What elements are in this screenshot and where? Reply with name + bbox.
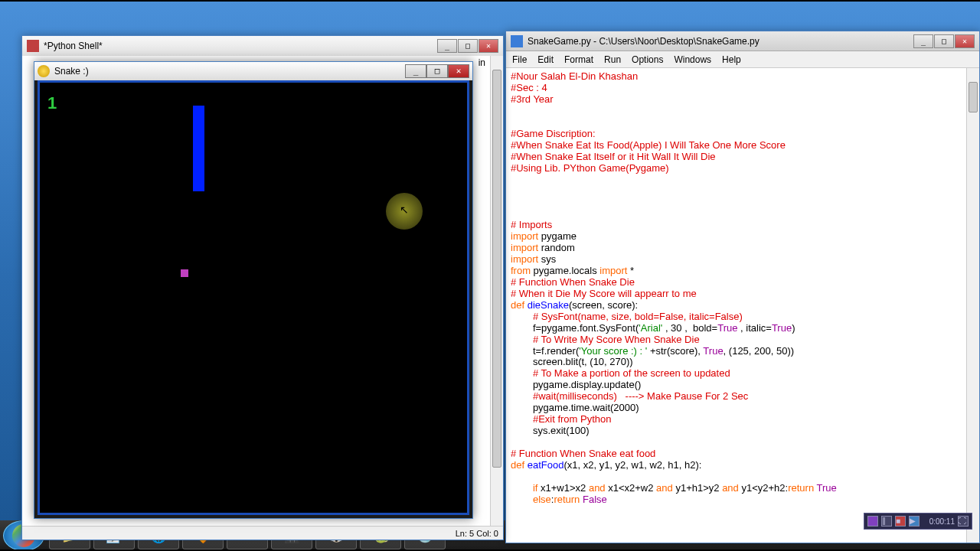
idle-editor-window: SnakeGame.py - C:\Users\Noor\Desktop\Sna… bbox=[505, 31, 980, 543]
snake-segment bbox=[193, 106, 204, 191]
snake-title: Snake :) bbox=[54, 66, 89, 77]
minimize-button[interactable]: _ bbox=[437, 39, 457, 53]
rec-play-button[interactable]: ▶ bbox=[909, 516, 920, 527]
snake-canvas[interactable]: 1 ↖ bbox=[38, 80, 469, 515]
cursor-highlight: ↖ bbox=[386, 193, 423, 230]
maximize-button[interactable]: □ bbox=[458, 39, 478, 53]
menu-run[interactable]: Run bbox=[604, 54, 621, 65]
menu-windows[interactable]: Windows bbox=[674, 54, 711, 65]
snake-game-window: Snake :) _ □ ✕ 1 ↖ bbox=[34, 61, 473, 519]
snake-score: 1 bbox=[47, 93, 57, 113]
maximize-button[interactable]: □ bbox=[426, 64, 448, 78]
minimize-button[interactable]: _ bbox=[913, 34, 933, 48]
tk-icon bbox=[27, 40, 39, 52]
shell-scroll-thumb[interactable] bbox=[492, 70, 501, 468]
menu-help[interactable]: Help bbox=[722, 54, 741, 65]
shell-status: Ln: 5 Col: 0 bbox=[22, 526, 503, 540]
rec-pause-button[interactable]: ‖ bbox=[881, 516, 892, 527]
menu-file[interactable]: File bbox=[512, 54, 527, 65]
shell-title: *Python Shell* bbox=[44, 41, 103, 51]
maximize-button[interactable]: □ bbox=[934, 34, 954, 48]
idle-scrollbar[interactable] bbox=[966, 68, 979, 543]
close-button[interactable]: ✕ bbox=[448, 64, 469, 78]
idle-code-area[interactable]: #Nour Salah El-Din Khashan#Sec : 4#3rd Y… bbox=[506, 68, 979, 543]
rec-settings-icon[interactable] bbox=[867, 516, 878, 527]
rec-time: 0:00:11 bbox=[929, 517, 955, 526]
close-button[interactable]: ✕ bbox=[955, 34, 975, 48]
python-icon bbox=[511, 35, 523, 47]
snake-titlebar[interactable]: Snake :) _ □ ✕ bbox=[34, 62, 472, 80]
menu-format[interactable]: Format bbox=[564, 54, 593, 65]
shell-scrollbar[interactable] bbox=[490, 56, 503, 526]
idle-title: SnakeGame.py - C:\Users\Noor\Desktop\Sna… bbox=[528, 36, 760, 47]
recording-overlay: ‖ ■ ▶ 0:00:11 ⛶ bbox=[864, 513, 972, 530]
shell-titlebar[interactable]: *Python Shell* _ □ ✕ bbox=[22, 36, 503, 56]
menu-edit[interactable]: Edit bbox=[537, 54, 554, 65]
rec-stop-button[interactable]: ■ bbox=[895, 516, 906, 527]
rec-expand-button[interactable]: ⛶ bbox=[958, 516, 969, 527]
idle-scroll-thumb[interactable] bbox=[969, 82, 978, 112]
pygame-icon bbox=[38, 65, 50, 77]
minimize-button[interactable]: _ bbox=[405, 64, 426, 78]
idle-titlebar[interactable]: SnakeGame.py - C:\Users\Noor\Desktop\Sna… bbox=[506, 31, 979, 51]
idle-menubar: File Edit Format Run Options Windows Hel… bbox=[506, 51, 979, 68]
snake-food bbox=[181, 269, 188, 277]
menu-options[interactable]: Options bbox=[632, 54, 663, 65]
close-button[interactable]: ✕ bbox=[479, 39, 498, 53]
cursor-arrow-icon: ↖ bbox=[400, 204, 409, 216]
